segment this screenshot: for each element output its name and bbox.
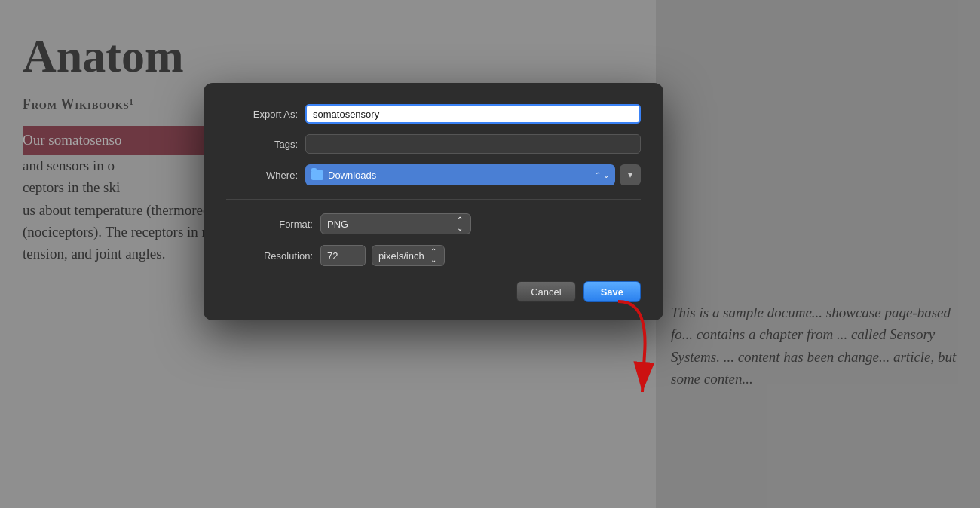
tags-label: Tags: [226, 139, 298, 150]
chevron-down-icon: ▾ [628, 170, 632, 180]
format-select[interactable]: PNG ⌃ ⌄ [320, 213, 471, 234]
format-chevron-icon: ⌃ ⌄ [455, 216, 464, 232]
pixels-label: pixels/inch [378, 250, 424, 262]
format-label: Format: [226, 219, 313, 230]
save-button[interactable]: Save [583, 281, 641, 302]
divider [226, 199, 641, 200]
button-row: Cancel Save [226, 281, 641, 302]
where-container: Downloads ⌃ ⌄ ▾ [305, 164, 641, 185]
export-as-input[interactable] [305, 104, 641, 124]
format-value: PNG [327, 219, 348, 230]
export-dialog: Export As: Tags: Where: Downloads ⌃ ⌄ ▾ … [204, 83, 663, 320]
chevron-updown-icon: ⌃ ⌄ [595, 171, 609, 179]
where-expand-button[interactable]: ▾ [620, 164, 641, 185]
where-row: Where: Downloads ⌃ ⌄ ▾ [226, 164, 641, 185]
tags-row: Tags: [226, 134, 641, 154]
where-select-inner: Downloads [311, 170, 376, 181]
resolution-label: Resolution: [226, 250, 313, 262]
where-select[interactable]: Downloads ⌃ ⌄ [305, 164, 615, 185]
pixels-chevron-icon: ⌃ ⌄ [429, 247, 438, 264]
resolution-input[interactable] [320, 245, 366, 266]
cancel-button[interactable]: Cancel [516, 281, 575, 302]
resolution-row: Resolution: pixels/inch ⌃ ⌄ [226, 245, 641, 266]
export-as-row: Export As: [226, 104, 641, 124]
export-as-label: Export As: [226, 109, 298, 120]
where-value: Downloads [328, 170, 376, 181]
folder-icon [311, 170, 323, 180]
pixels-inch-select[interactable]: pixels/inch ⌃ ⌄ [372, 245, 445, 266]
tags-input[interactable] [305, 134, 641, 154]
format-row: Format: PNG ⌃ ⌄ [226, 213, 641, 234]
where-label: Where: [226, 170, 298, 181]
